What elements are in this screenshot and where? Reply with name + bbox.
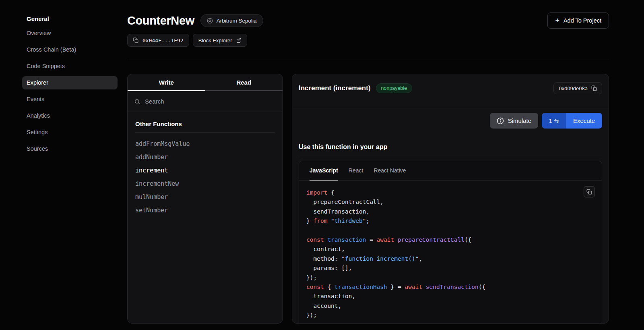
sidebar-item-analytics[interactable]: Analytics — [22, 109, 118, 122]
code-line: transaction, — [306, 292, 602, 301]
sidebar-item-code-snippets[interactable]: Code Snippets — [22, 60, 118, 73]
copy-icon — [586, 189, 592, 195]
execute-button[interactable]: Execute — [566, 113, 602, 129]
transaction-count-button[interactable]: 1 ⇆ — [542, 113, 566, 129]
header-divider — [127, 60, 609, 60]
external-link-icon — [236, 38, 242, 43]
code-line: }); — [306, 311, 602, 320]
code-line: method: "function increment()", — [306, 254, 602, 264]
usage-heading: Use this function in your app — [299, 143, 602, 151]
code-tab-react-native[interactable]: React Native — [374, 161, 406, 181]
code-line: prepareContractCall, — [306, 197, 602, 207]
network-badge-label: Arbitrum Sepolia — [217, 18, 257, 24]
simulate-button[interactable]: Simulate — [490, 113, 538, 129]
contract-address: 0x044E...1E92 — [142, 37, 184, 44]
block-explorer-label: Block Explorer — [198, 37, 232, 44]
code-tabs: JavaScriptReactReact Native — [299, 161, 602, 181]
section-divider — [135, 132, 275, 133]
code-line: } from "thirdweb"; — [306, 216, 602, 226]
function-item-mulnumber[interactable]: mulNumber — [135, 191, 275, 203]
sidebar-heading: General — [22, 15, 118, 22]
search-icon — [134, 98, 140, 105]
mutability-badge: nonpayable — [376, 83, 413, 93]
copy-code-button[interactable] — [584, 186, 595, 197]
main-content: CounterNew Arbitrum Sepolia + Add To Pro… — [127, 0, 609, 330]
sidebar-item-cross-chain-beta[interactable]: Cross Chain (Beta) — [22, 43, 118, 56]
actions-row: Simulate 1 ⇆ Execute — [292, 107, 609, 129]
search-input[interactable] — [145, 98, 276, 105]
sidebar-nav: OverviewCross Chain (Beta)Code SnippetsE… — [22, 27, 118, 156]
transaction-count: 1 — [549, 118, 552, 124]
plus-icon: + — [555, 17, 559, 24]
add-to-project-label: Add To Project — [564, 17, 601, 24]
function-item-addnumber[interactable]: addNumber — [135, 151, 275, 163]
function-detail-header: Increment (increment) nonpayable 0xd09de… — [292, 74, 609, 107]
code-line: contract, — [306, 245, 602, 254]
other-functions-section: Other Functions addFromMsgValueaddNumber… — [128, 112, 283, 218]
tab-read[interactable]: Read — [205, 74, 283, 91]
sidebar-item-settings[interactable]: Settings — [22, 126, 118, 139]
code-line — [306, 226, 602, 235]
code-tab-react[interactable]: React — [349, 161, 363, 181]
code-tab-javascript[interactable]: JavaScript — [310, 161, 338, 181]
page-title: CounterNew — [127, 14, 194, 27]
code-body: import { prepareContractCall, sendTransa… — [299, 181, 602, 320]
function-item-incrementnew[interactable]: incrementNew — [135, 178, 275, 190]
function-detail-panel: Increment (increment) nonpayable 0xd09de… — [292, 74, 609, 324]
simulate-label: Simulate — [508, 117, 531, 124]
block-explorer-button[interactable]: Block Explorer — [193, 34, 247, 47]
fn-tabs: WriteRead — [128, 74, 283, 91]
function-item-addfrommsgvalue[interactable]: addFromMsgValue — [135, 138, 275, 150]
copy-icon — [591, 85, 597, 91]
tab-write[interactable]: Write — [128, 74, 205, 91]
info-icon — [497, 117, 504, 125]
sidebar-item-overview[interactable]: Overview — [22, 27, 118, 40]
app-root: General OverviewCross Chain (Beta)Code S… — [0, 0, 644, 330]
sidebar-item-events[interactable]: Events — [22, 93, 118, 106]
execute-button-group: 1 ⇆ Execute — [542, 113, 602, 129]
code-line: account, — [306, 301, 602, 311]
search-row — [128, 91, 283, 112]
sidebar: General OverviewCross Chain (Beta)Code S… — [0, 0, 127, 330]
copy-icon — [133, 37, 138, 43]
code-line: params: [], — [306, 264, 602, 273]
code-line: sendTransaction, — [306, 207, 602, 216]
explorer-content: WriteRead Other Functions addFromMsgValu… — [127, 74, 609, 324]
code-line: }); — [306, 273, 602, 282]
network-badge[interactable]: Arbitrum Sepolia — [200, 14, 263, 27]
function-item-increment[interactable]: increment — [135, 164, 275, 176]
function-selector: 0xd09de08a — [559, 85, 588, 91]
contract-subheader: 0x044E...1E92 Block Explorer — [127, 34, 609, 47]
sidebar-item-sources[interactable]: Sources — [22, 142, 118, 156]
swap-icon: ⇆ — [554, 118, 559, 124]
functions-panel: WriteRead Other Functions addFromMsgValu… — [127, 74, 283, 324]
sidebar-item-explorer[interactable]: Explorer — [22, 76, 118, 89]
code-line: const { transactionHash } = await sendTr… — [306, 282, 602, 292]
function-selector-chip[interactable]: 0xd09de08a — [553, 82, 602, 94]
network-icon — [207, 18, 213, 24]
code-line: import { — [306, 188, 602, 197]
contract-header: CounterNew Arbitrum Sepolia + Add To Pro… — [127, 12, 609, 29]
usage-divider — [299, 157, 602, 157]
other-functions-title: Other Functions — [135, 120, 275, 127]
add-to-project-button[interactable]: + Add To Project — [547, 12, 609, 29]
function-title: Increment (increment) — [299, 84, 371, 92]
function-list: addFromMsgValueaddNumberincrementincreme… — [135, 138, 275, 216]
code-panel: JavaScriptReactReact Native import { pre… — [299, 161, 602, 324]
contract-address-chip[interactable]: 0x044E...1E92 — [127, 34, 189, 47]
code-line: const transaction = await prepareContrac… — [306, 235, 602, 245]
execute-label: Execute — [573, 117, 595, 124]
function-item-setnumber[interactable]: setNumber — [135, 204, 275, 216]
